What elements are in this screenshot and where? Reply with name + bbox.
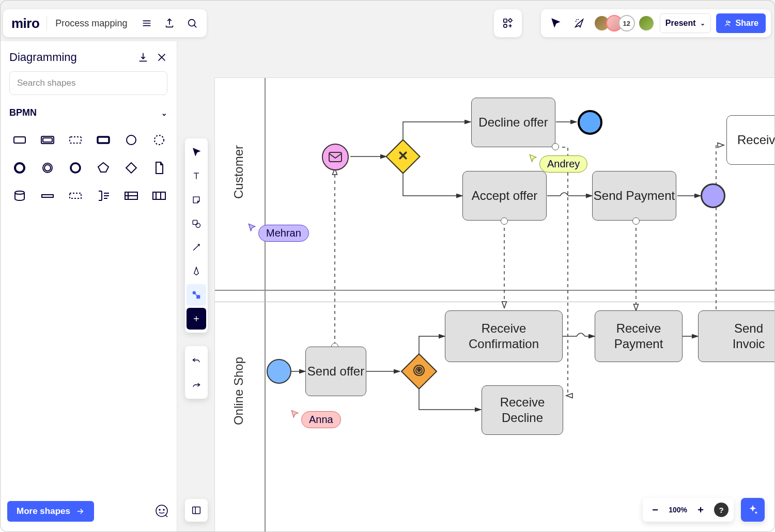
bpmn-end-event[interactable] [578, 110, 602, 135]
tool-connector[interactable] [187, 237, 206, 258]
miro-logo[interactable]: miro [6, 15, 47, 32]
more-shapes-label: More shapes [17, 506, 70, 517]
help-button[interactable]: ? [712, 500, 731, 519]
shape-pool[interactable] [119, 183, 144, 208]
svg-rect-5 [14, 137, 25, 143]
import-icon[interactable] [137, 52, 149, 63]
shape-palette [0, 123, 177, 212]
lane-label-customer[interactable]: Customer [231, 145, 246, 199]
svg-point-15 [71, 163, 80, 173]
apps-button[interactable] [494, 9, 522, 37]
svg-point-4 [726, 21, 729, 23]
board-name[interactable]: Process mapping [47, 18, 135, 29]
shape-intermediate-event[interactable] [35, 155, 60, 180]
cursor-label: Anna [301, 411, 341, 428]
reactions-button[interactable] [570, 12, 588, 35]
chevron-down-icon: ⌄ [700, 20, 705, 27]
shape-start-event[interactable] [119, 128, 144, 152]
shape-call-activity[interactable] [91, 128, 116, 152]
avatar[interactable] [638, 15, 655, 32]
bpmn-start-event[interactable] [267, 359, 291, 384]
redo-button[interactable] [187, 374, 206, 396]
bpmn-task-receive-payment[interactable]: Receive Payment [595, 310, 683, 362]
shape-task[interactable] [7, 128, 32, 152]
svg-marker-34 [417, 368, 421, 372]
bpmn-task-receive-decline[interactable]: Receive Decline [482, 385, 563, 435]
bpmn-task-send-invoice[interactable]: Send Invoic [698, 310, 775, 362]
undo-button[interactable] [187, 349, 206, 371]
tool-pen[interactable] [187, 260, 206, 282]
present-label: Present [665, 19, 696, 28]
boundary-handle[interactable] [632, 217, 640, 225]
shape-data-store[interactable] [7, 183, 32, 208]
svg-point-25 [163, 509, 164, 510]
pointer-mode-button[interactable] [546, 12, 565, 35]
boundary-handle[interactable] [501, 217, 508, 225]
collaborator-avatars[interactable]: 12 [594, 15, 655, 32]
bpmn-task-receive-confirmation[interactable]: Receive Confirmation [445, 310, 563, 362]
cursor-label: Andrey [539, 155, 587, 173]
close-icon[interactable] [156, 52, 167, 63]
svg-point-14 [44, 165, 51, 171]
svg-point-18 [15, 191, 24, 194]
bpmn-task-decline-offer[interactable]: Decline offer [471, 98, 555, 147]
svg-rect-29 [197, 295, 200, 299]
svg-point-27 [196, 223, 200, 227]
svg-rect-8 [70, 137, 81, 143]
tool-sticky[interactable] [187, 189, 206, 211]
board-canvas[interactable]: Customer Online Shop [214, 77, 775, 532]
bpmn-message-start-event[interactable] [322, 144, 349, 170]
frames-panel-button[interactable] [185, 499, 208, 522]
shape-transaction[interactable] [35, 128, 60, 152]
shape-group[interactable] [63, 183, 88, 208]
zoom-out-button[interactable]: − [646, 500, 664, 519]
top-bar: miro Process mapping 12 Present ⌄ Share [0, 0, 775, 40]
remote-cursor-andrey: Andrey [528, 144, 587, 173]
avatar-overflow-count[interactable]: 12 [618, 15, 635, 32]
tool-shape[interactable] [187, 213, 206, 234]
share-button[interactable]: Share [716, 13, 766, 33]
panel-title: Diagramming [9, 51, 137, 64]
bpmn-intermediate-event[interactable] [701, 183, 725, 208]
svg-rect-1 [504, 19, 507, 22]
lane-divider [215, 302, 775, 302]
shape-data-object[interactable] [147, 155, 172, 180]
more-shapes-button[interactable]: More shapes [7, 501, 94, 522]
shape-text-annotation[interactable] [91, 183, 116, 208]
main-menu-button[interactable] [135, 12, 158, 35]
lane-label-shop[interactable]: Online Shop [231, 357, 246, 425]
shape-gateway[interactable] [91, 155, 116, 180]
shape-annotation-bar[interactable] [35, 183, 60, 208]
shape-event-noninterrupt[interactable] [147, 128, 172, 152]
miro-ai-button[interactable] [741, 498, 765, 522]
bpmn-task-accept-offer[interactable]: Accept offer [462, 171, 547, 221]
zoom-in-button[interactable]: + [691, 500, 710, 519]
diagramming-panel: Diagramming BPMN ⌄ More shapes [0, 41, 177, 532]
bpmn-task-send-offer[interactable]: Send offer [305, 347, 366, 396]
present-button[interactable]: Present ⌄ [660, 13, 711, 33]
shape-event-subprocess[interactable] [63, 128, 88, 152]
tool-add-more[interactable] [187, 308, 206, 330]
zoom-level[interactable]: 100% [667, 506, 689, 514]
bpmn-task-send-payment[interactable]: Send Payment [592, 171, 676, 221]
category-bpmn[interactable]: BPMN ⌄ [0, 102, 177, 123]
bpmn-exclusive-gateway[interactable] [385, 139, 421, 174]
tool-select[interactable] [187, 142, 206, 163]
svg-rect-31 [329, 152, 342, 162]
svg-point-12 [15, 163, 24, 173]
shapes-search-input[interactable] [9, 71, 167, 95]
svg-rect-17 [126, 163, 136, 173]
export-button[interactable] [158, 12, 181, 35]
svg-rect-9 [98, 137, 109, 143]
tool-diagramming[interactable] [187, 284, 206, 306]
tool-text[interactable] [187, 165, 206, 187]
shape-intermediate-throw[interactable] [63, 155, 88, 180]
search-button[interactable] [181, 12, 204, 35]
shape-exclusive-gateway[interactable] [119, 155, 144, 180]
shape-end-event[interactable] [7, 155, 32, 180]
board-header: miro Process mapping [3, 9, 207, 37]
bpmn-task-receive[interactable]: Receiv [726, 115, 775, 165]
shape-lane[interactable] [147, 183, 172, 208]
feedback-icon[interactable] [154, 504, 169, 519]
bpmn-complex-gateway[interactable] [401, 353, 438, 390]
